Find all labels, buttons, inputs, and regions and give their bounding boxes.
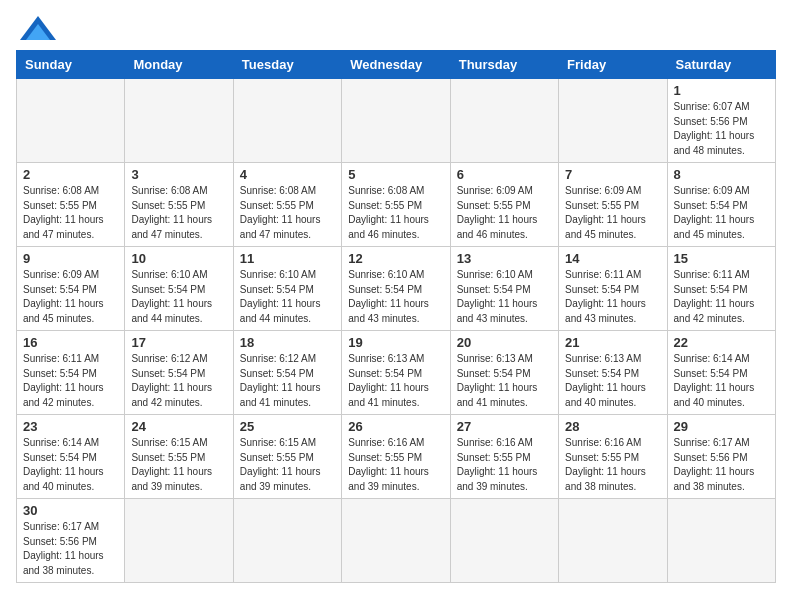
day-info: Sunrise: 6:14 AM Sunset: 5:54 PM Dayligh… — [23, 436, 118, 494]
calendar-header-monday: Monday — [125, 51, 233, 79]
day-info: Sunrise: 6:13 AM Sunset: 5:54 PM Dayligh… — [457, 352, 552, 410]
day-number: 28 — [565, 419, 660, 434]
day-number: 3 — [131, 167, 226, 182]
calendar-cell: 3Sunrise: 6:08 AM Sunset: 5:55 PM Daylig… — [125, 163, 233, 247]
day-number: 17 — [131, 335, 226, 350]
day-number: 5 — [348, 167, 443, 182]
calendar-cell — [667, 499, 775, 583]
day-info: Sunrise: 6:15 AM Sunset: 5:55 PM Dayligh… — [240, 436, 335, 494]
calendar-cell: 29Sunrise: 6:17 AM Sunset: 5:56 PM Dayli… — [667, 415, 775, 499]
calendar-header-thursday: Thursday — [450, 51, 558, 79]
calendar-cell: 10Sunrise: 6:10 AM Sunset: 5:54 PM Dayli… — [125, 247, 233, 331]
day-info: Sunrise: 6:08 AM Sunset: 5:55 PM Dayligh… — [23, 184, 118, 242]
week-row-5: 23Sunrise: 6:14 AM Sunset: 5:54 PM Dayli… — [17, 415, 776, 499]
day-info: Sunrise: 6:08 AM Sunset: 5:55 PM Dayligh… — [131, 184, 226, 242]
day-number: 11 — [240, 251, 335, 266]
day-info: Sunrise: 6:11 AM Sunset: 5:54 PM Dayligh… — [565, 268, 660, 326]
calendar-header-sunday: Sunday — [17, 51, 125, 79]
day-number: 24 — [131, 419, 226, 434]
calendar-cell: 15Sunrise: 6:11 AM Sunset: 5:54 PM Dayli… — [667, 247, 775, 331]
day-number: 8 — [674, 167, 769, 182]
week-row-6: 30Sunrise: 6:17 AM Sunset: 5:56 PM Dayli… — [17, 499, 776, 583]
calendar-cell — [125, 79, 233, 163]
calendar-cell — [17, 79, 125, 163]
day-number: 25 — [240, 419, 335, 434]
day-number: 18 — [240, 335, 335, 350]
day-info: Sunrise: 6:11 AM Sunset: 5:54 PM Dayligh… — [23, 352, 118, 410]
day-number: 29 — [674, 419, 769, 434]
calendar-cell — [342, 79, 450, 163]
calendar-cell — [342, 499, 450, 583]
day-info: Sunrise: 6:16 AM Sunset: 5:55 PM Dayligh… — [565, 436, 660, 494]
day-number: 22 — [674, 335, 769, 350]
week-row-3: 9Sunrise: 6:09 AM Sunset: 5:54 PM Daylig… — [17, 247, 776, 331]
day-number: 23 — [23, 419, 118, 434]
calendar-cell — [450, 499, 558, 583]
calendar-cell: 2Sunrise: 6:08 AM Sunset: 5:55 PM Daylig… — [17, 163, 125, 247]
calendar-cell — [450, 79, 558, 163]
day-number: 9 — [23, 251, 118, 266]
day-info: Sunrise: 6:08 AM Sunset: 5:55 PM Dayligh… — [240, 184, 335, 242]
calendar-cell: 21Sunrise: 6:13 AM Sunset: 5:54 PM Dayli… — [559, 331, 667, 415]
day-number: 4 — [240, 167, 335, 182]
calendar-header-saturday: Saturday — [667, 51, 775, 79]
logo-icon — [20, 16, 56, 40]
calendar-cell: 14Sunrise: 6:11 AM Sunset: 5:54 PM Dayli… — [559, 247, 667, 331]
day-number: 20 — [457, 335, 552, 350]
day-number: 6 — [457, 167, 552, 182]
calendar-cell: 13Sunrise: 6:10 AM Sunset: 5:54 PM Dayli… — [450, 247, 558, 331]
calendar-header-friday: Friday — [559, 51, 667, 79]
calendar-cell: 16Sunrise: 6:11 AM Sunset: 5:54 PM Dayli… — [17, 331, 125, 415]
day-info: Sunrise: 6:10 AM Sunset: 5:54 PM Dayligh… — [457, 268, 552, 326]
calendar-cell: 4Sunrise: 6:08 AM Sunset: 5:55 PM Daylig… — [233, 163, 341, 247]
day-number: 7 — [565, 167, 660, 182]
calendar-cell: 23Sunrise: 6:14 AM Sunset: 5:54 PM Dayli… — [17, 415, 125, 499]
calendar-cell: 9Sunrise: 6:09 AM Sunset: 5:54 PM Daylig… — [17, 247, 125, 331]
day-info: Sunrise: 6:11 AM Sunset: 5:54 PM Dayligh… — [674, 268, 769, 326]
day-info: Sunrise: 6:12 AM Sunset: 5:54 PM Dayligh… — [131, 352, 226, 410]
calendar-cell: 1Sunrise: 6:07 AM Sunset: 5:56 PM Daylig… — [667, 79, 775, 163]
calendar-cell: 28Sunrise: 6:16 AM Sunset: 5:55 PM Dayli… — [559, 415, 667, 499]
week-row-1: 1Sunrise: 6:07 AM Sunset: 5:56 PM Daylig… — [17, 79, 776, 163]
calendar-cell: 30Sunrise: 6:17 AM Sunset: 5:56 PM Dayli… — [17, 499, 125, 583]
calendar-cell: 20Sunrise: 6:13 AM Sunset: 5:54 PM Dayli… — [450, 331, 558, 415]
calendar-cell: 5Sunrise: 6:08 AM Sunset: 5:55 PM Daylig… — [342, 163, 450, 247]
calendar-cell: 22Sunrise: 6:14 AM Sunset: 5:54 PM Dayli… — [667, 331, 775, 415]
day-info: Sunrise: 6:12 AM Sunset: 5:54 PM Dayligh… — [240, 352, 335, 410]
calendar-header-tuesday: Tuesday — [233, 51, 341, 79]
calendar-header-wednesday: Wednesday — [342, 51, 450, 79]
day-number: 21 — [565, 335, 660, 350]
calendar-cell — [559, 499, 667, 583]
day-info: Sunrise: 6:09 AM Sunset: 5:54 PM Dayligh… — [674, 184, 769, 242]
day-number: 19 — [348, 335, 443, 350]
day-number: 13 — [457, 251, 552, 266]
calendar-cell: 27Sunrise: 6:16 AM Sunset: 5:55 PM Dayli… — [450, 415, 558, 499]
calendar-cell: 19Sunrise: 6:13 AM Sunset: 5:54 PM Dayli… — [342, 331, 450, 415]
day-info: Sunrise: 6:17 AM Sunset: 5:56 PM Dayligh… — [23, 520, 118, 578]
calendar-cell: 8Sunrise: 6:09 AM Sunset: 5:54 PM Daylig… — [667, 163, 775, 247]
day-info: Sunrise: 6:10 AM Sunset: 5:54 PM Dayligh… — [240, 268, 335, 326]
calendar-cell: 17Sunrise: 6:12 AM Sunset: 5:54 PM Dayli… — [125, 331, 233, 415]
week-row-4: 16Sunrise: 6:11 AM Sunset: 5:54 PM Dayli… — [17, 331, 776, 415]
page-header — [16, 16, 776, 40]
calendar-cell: 7Sunrise: 6:09 AM Sunset: 5:55 PM Daylig… — [559, 163, 667, 247]
calendar-table: SundayMondayTuesdayWednesdayThursdayFrid… — [16, 50, 776, 583]
day-info: Sunrise: 6:14 AM Sunset: 5:54 PM Dayligh… — [674, 352, 769, 410]
day-number: 14 — [565, 251, 660, 266]
calendar-cell — [233, 79, 341, 163]
calendar-cell — [559, 79, 667, 163]
day-info: Sunrise: 6:16 AM Sunset: 5:55 PM Dayligh… — [457, 436, 552, 494]
calendar-cell: 18Sunrise: 6:12 AM Sunset: 5:54 PM Dayli… — [233, 331, 341, 415]
day-info: Sunrise: 6:10 AM Sunset: 5:54 PM Dayligh… — [131, 268, 226, 326]
week-row-2: 2Sunrise: 6:08 AM Sunset: 5:55 PM Daylig… — [17, 163, 776, 247]
day-number: 15 — [674, 251, 769, 266]
day-info: Sunrise: 6:08 AM Sunset: 5:55 PM Dayligh… — [348, 184, 443, 242]
day-number: 27 — [457, 419, 552, 434]
day-number: 10 — [131, 251, 226, 266]
day-info: Sunrise: 6:10 AM Sunset: 5:54 PM Dayligh… — [348, 268, 443, 326]
day-info: Sunrise: 6:16 AM Sunset: 5:55 PM Dayligh… — [348, 436, 443, 494]
day-info: Sunrise: 6:07 AM Sunset: 5:56 PM Dayligh… — [674, 100, 769, 158]
day-info: Sunrise: 6:17 AM Sunset: 5:56 PM Dayligh… — [674, 436, 769, 494]
day-number: 1 — [674, 83, 769, 98]
day-info: Sunrise: 6:13 AM Sunset: 5:54 PM Dayligh… — [348, 352, 443, 410]
